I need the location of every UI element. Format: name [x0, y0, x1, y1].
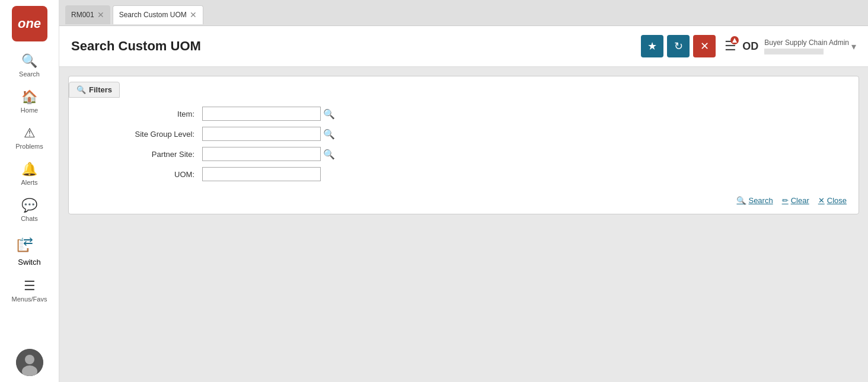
item-input[interactable] [202, 107, 321, 121]
site-group-level-input[interactable] [202, 127, 321, 141]
star-button[interactable]: ★ [641, 35, 663, 57]
filter-panel: 🔍 Filters Item: 🔍 Site Group Level: 🔍 Pa… [68, 76, 859, 214]
filter-actions: 🔍 Search ✏ Clear ✕ Close [81, 190, 847, 205]
sidebar: one 🔍 Search 🏠 Home ⚠ Problems 🔔 Alerts … [0, 0, 59, 382]
sidebar-item-problems[interactable]: ⚠ Problems [0, 120, 59, 156]
sidebar-item-menus[interactable]: ☰ Menus/Favs [0, 272, 59, 309]
sidebar-item-home[interactable]: 🏠 Home [0, 84, 59, 120]
header-right: ☰ OD Buyer Supply Chain Admin ▾ [725, 38, 856, 54]
site-group-level-label: Site Group Level: [81, 130, 199, 139]
item-input-wrap: 🔍 [202, 107, 377, 121]
item-label: Item: [81, 110, 199, 118]
filter-grid: Item: 🔍 Site Group Level: 🔍 Partner Site… [81, 107, 377, 181]
tab-search-uom-label: Search Custom UOM [119, 11, 187, 19]
star-icon: ★ [647, 40, 657, 53]
bell-icon: 🔔 [21, 162, 37, 177]
notification-badge [730, 36, 739, 44]
avatar[interactable] [16, 349, 43, 376]
page-title: Search Custom UOM [71, 38, 641, 54]
uom-input-wrap [202, 167, 377, 181]
logo-text: one [18, 16, 41, 31]
sidebar-item-chats[interactable]: 💬 Chats [0, 192, 59, 228]
sidebar-bottom [16, 349, 43, 376]
refresh-button[interactable]: ↻ [667, 35, 690, 57]
uom-label: UOM: [81, 170, 199, 179]
sidebar-item-switch[interactable]: 📋 ⇄ Switch [0, 228, 59, 272]
warning-icon: ⚠ [24, 126, 36, 141]
partner-site-label: Partner Site: [81, 150, 199, 159]
tab-rm001-label: RM001 [71, 11, 94, 19]
switch-icon-front: ⇄ [23, 234, 33, 248]
close-action-button[interactable]: ✕ Close [818, 196, 847, 205]
sidebar-item-search[interactable]: 🔍 Search [0, 47, 59, 84]
clear-action-icon: ✏ [782, 196, 789, 205]
svg-point-1 [25, 355, 34, 364]
switch-icon: 📋 ⇄ [15, 234, 44, 258]
user-role-info: Buyer Supply Chain Admin [764, 38, 849, 54]
app-logo[interactable]: one [12, 6, 47, 41]
menu-icon: ☰ [24, 278, 36, 294]
search-icon: 🔍 [21, 53, 37, 69]
tab-bar: RM001 ✕ Search Custom UOM ✕ [59, 0, 868, 26]
close-button[interactable]: ✕ [693, 35, 716, 57]
sidebar-label-menus: Menus/Favs [12, 296, 47, 303]
clear-action-button[interactable]: ✏ Clear [782, 196, 809, 205]
tab-rm001-close[interactable]: ✕ [97, 11, 104, 19]
filters-tab[interactable]: 🔍 Filters [69, 82, 120, 98]
sidebar-label-chats: Chats [21, 215, 38, 222]
sidebar-label-search: Search [19, 70, 40, 78]
sidebar-label-switch: Switch [18, 258, 40, 267]
search-action-label: Search [748, 196, 773, 205]
clear-action-label: Clear [791, 196, 809, 205]
filter-search-icon-small: 🔍 [76, 85, 86, 94]
user-initials: OD [742, 40, 758, 53]
home-icon: 🏠 [21, 89, 37, 105]
dropdown-arrow-icon: ▾ [851, 41, 856, 52]
sidebar-item-alerts[interactable]: 🔔 Alerts [0, 156, 59, 192]
close-action-label: Close [827, 196, 847, 205]
uom-input[interactable] [202, 167, 321, 181]
partner-site-input[interactable] [202, 147, 321, 161]
page-header: Search Custom UOM ★ ↻ ✕ ☰ OD [59, 26, 868, 67]
item-search-icon[interactable]: 🔍 [323, 108, 335, 120]
site-group-level-search-icon[interactable]: 🔍 [323, 129, 335, 140]
sidebar-label-alerts: Alerts [21, 179, 37, 186]
main-area: RM001 ✕ Search Custom UOM ✕ Search Custo… [59, 0, 868, 382]
tab-search-uom-close[interactable]: ✕ [190, 11, 197, 19]
tab-search-uom[interactable]: Search Custom UOM ✕ [113, 5, 203, 24]
user-name-text [764, 49, 824, 54]
chat-icon: 💬 [21, 198, 37, 213]
search-action-button[interactable]: 🔍 Search [736, 196, 773, 205]
refresh-icon: ↻ [674, 40, 683, 53]
tab-rm001[interactable]: RM001 ✕ [65, 5, 110, 24]
site-group-level-input-wrap: 🔍 [202, 127, 377, 141]
content-area: 🔍 Filters Item: 🔍 Site Group Level: 🔍 Pa… [59, 67, 868, 382]
user-role-dropdown[interactable]: Buyer Supply Chain Admin ▾ [764, 38, 856, 54]
close-action-icon: ✕ [818, 196, 825, 205]
svg-marker-3 [732, 38, 737, 43]
close-icon: ✕ [700, 40, 709, 53]
partner-site-search-icon[interactable]: 🔍 [323, 149, 335, 160]
notification-button[interactable]: ☰ [725, 38, 736, 54]
sidebar-label-home: Home [21, 107, 38, 114]
sidebar-label-problems: Problems [15, 143, 43, 150]
partner-site-input-wrap: 🔍 [202, 147, 377, 161]
header-actions: ★ ↻ ✕ [641, 35, 716, 57]
user-role-text: Buyer Supply Chain Admin [764, 38, 849, 47]
search-action-icon: 🔍 [736, 196, 746, 205]
filters-tab-label: Filters [89, 85, 112, 94]
